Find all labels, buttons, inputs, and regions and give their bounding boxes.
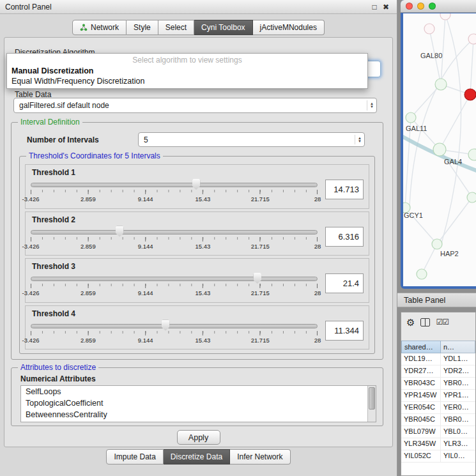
slider-major-ticks: [31, 190, 318, 194]
thresholds-group: Threshold's Coordinates for 5 Intervals …: [19, 156, 375, 354]
list-item[interactable]: TopologicalCoefficient: [21, 397, 376, 409]
node-label-hap2: HAP2: [440, 250, 459, 257]
table-header-row: shared… n…: [401, 341, 475, 353]
number-of-intervals-value: 5: [144, 135, 355, 144]
thresholds-group-title: Threshold's Coordinates for 5 Intervals: [26, 151, 163, 160]
table-row[interactable]: YDL19…YDL1…: [401, 353, 475, 365]
column-header-shared-name[interactable]: shared…: [401, 341, 441, 353]
zoom-traffic-light[interactable]: [429, 3, 436, 10]
table-panel-titlebar: Table Panel: [397, 293, 476, 307]
slider-track[interactable]: [31, 230, 318, 234]
slider-track[interactable]: [31, 324, 318, 328]
threshold-4-value-field[interactable]: 11.344: [325, 321, 364, 341]
threshold-1-value-field[interactable]: 14.713: [325, 180, 364, 199]
table-row[interactable]: YBR045CYBR0…: [401, 414, 475, 426]
threshold-panel-2: Threshold 2 -3.426 2.859 9.144 15.43: [25, 211, 369, 256]
select-columns-icon[interactable]: ☑☑: [436, 318, 449, 326]
slider-thumb[interactable]: [116, 226, 124, 237]
table-row[interactable]: YPR145WYPR1…: [401, 390, 475, 402]
tab-label: Cyni Toolbox: [201, 23, 245, 32]
table-row[interactable]: YER054CYER0…: [401, 402, 475, 414]
top-tab-bar: Network Style Select Cyni Toolbox jActiv…: [0, 20, 397, 35]
table-row[interactable]: YBL079WYBL0…: [401, 426, 475, 438]
tab-label: jActiveMNodules: [260, 23, 317, 32]
threshold-label: Threshold 2: [32, 215, 364, 224]
columns-icon[interactable]: [420, 318, 430, 326]
slider-tick-labels: -3.426 2.859 9.144 15.43 21.715 28: [31, 196, 318, 203]
table-panel-window: ⚙ ☑☑ shared… n… YDL19…YDL1… YDR27…YDR2… …: [401, 312, 476, 476]
tab-jactivemnodules[interactable]: jActiveMNodules: [253, 20, 325, 35]
table-row[interactable]: YDR27…YDR2…: [401, 365, 475, 378]
tab-cyni-toolbox[interactable]: Cyni Toolbox: [194, 20, 252, 35]
tab-discretize-data[interactable]: Discretize Data: [164, 449, 230, 464]
slider-major-ticks: [31, 284, 318, 288]
number-of-intervals-label: Number of Intervals: [27, 135, 99, 144]
apply-button[interactable]: Apply: [177, 430, 220, 445]
close-traffic-light[interactable]: [406, 3, 413, 10]
network-canvas[interactable]: GAL80 GAL11 GAL4 GCY1 HAP2: [403, 13, 476, 286]
red-selected-node: [464, 89, 476, 100]
popup-option-manual-discretization[interactable]: Manual Discretization: [7, 66, 367, 76]
combo-stepper-icon: ▲▼: [355, 135, 362, 144]
tab-network[interactable]: Network: [72, 20, 127, 35]
attributes-scrollbar[interactable]: [367, 386, 376, 422]
settings-gear-icon[interactable]: ⚙: [406, 318, 415, 327]
interval-definition-group: Interval Definition Number of Intervals …: [11, 122, 383, 360]
threshold-2-value-field[interactable]: 6.316: [325, 227, 364, 247]
number-of-intervals-select[interactable]: 5 ▲▼: [138, 132, 365, 147]
table-data-select[interactable]: galFiltered.sif default node ▲▼: [13, 98, 377, 113]
table-row[interactable]: YIL052CYIL0…: [401, 450, 475, 463]
threshold-label: Threshold 1: [32, 168, 364, 177]
slider-major-ticks: [31, 237, 318, 242]
table-data-value: galFiltered.sif default node: [19, 101, 367, 110]
slider-tick-labels: -3.426 2.859 9.144 15.43 21.715 28: [31, 243, 318, 250]
threshold-3-slider[interactable]: -3.426 2.859 9.144 15.43 21.715 28: [31, 272, 318, 299]
slider-thumb[interactable]: [253, 273, 261, 284]
slider-thumb[interactable]: [162, 320, 170, 331]
bottom-tab-bar: Impute Data Discretize Data Infer Networ…: [0, 449, 397, 464]
threshold-4-slider[interactable]: -3.426 2.859 9.144 15.43 21.715 28: [31, 319, 318, 346]
threshold-panel-4: Threshold 4 -3.426 2.859 9.144 15.43: [25, 305, 369, 350]
table-panel-title: Table Panel: [404, 296, 445, 305]
tab-infer-network[interactable]: Infer Network: [230, 449, 290, 464]
tab-label: Network: [91, 23, 119, 32]
table-row[interactable]: YLR345WYLR3…: [401, 438, 475, 450]
attributes-group-title: Attributes to discretize: [18, 363, 98, 372]
network-window-titlebar: [401, 0, 476, 13]
tab-label: Impute Data: [114, 452, 155, 461]
combo-stepper-icon: ▲▼: [367, 100, 374, 110]
float-window-icon[interactable]: □: [369, 3, 380, 12]
tab-style[interactable]: Style: [127, 20, 158, 35]
minimize-traffic-light[interactable]: [417, 3, 424, 10]
node-label-gcy1: GCY1: [404, 211, 423, 219]
threshold-label: Threshold 3: [32, 262, 364, 271]
slider-tick-labels: -3.426 2.859 9.144 15.43 21.715 28: [31, 337, 318, 344]
slider-tick-labels: -3.426 2.859 9.144 15.43 21.715 28: [31, 289, 318, 297]
threshold-2-slider[interactable]: -3.426 2.859 9.144 15.43 21.715 28: [31, 226, 318, 252]
threshold-3-value-field[interactable]: 21.4: [325, 273, 364, 293]
list-item[interactable]: BetweennessCentrality: [21, 409, 376, 420]
control-panel-window: Control Panel □ ✖ Network Style Select C…: [0, 0, 397, 476]
node-label-gal11: GAL11: [406, 125, 427, 132]
close-window-icon[interactable]: ✖: [380, 3, 392, 12]
numerical-attributes-label: Numerical Attributes: [20, 374, 96, 383]
threshold-1-slider[interactable]: -3.426 2.859 9.144 15.43 21.715 28: [31, 178, 318, 205]
slider-thumb[interactable]: [192, 179, 201, 190]
threshold-label: Threshold 4: [32, 309, 364, 318]
attributes-group: Attributes to discretize Numerical Attri…: [11, 367, 383, 426]
tab-impute-data[interactable]: Impute Data: [106, 449, 163, 464]
slider-track[interactable]: [31, 183, 318, 187]
popup-placeholder: Select algorithm to view settings: [7, 54, 367, 66]
table-body: YDL19…YDL1… YDR27…YDR2… YBR043CYBR0… YPR…: [401, 353, 475, 475]
tab-select[interactable]: Select: [158, 20, 194, 35]
algorithm-dropdown-popup: Select algorithm to view settings Manual…: [6, 53, 368, 89]
threshold-panel-3: Threshold 3 -3.426 2.859 9.144 15.43: [25, 258, 369, 303]
table-row[interactable]: YBR043CYBR0…: [401, 378, 475, 390]
threshold-panel-1: Threshold 1 -3.426 2.859 9.144 15.43: [25, 164, 369, 209]
network-view-window: GAL80 GAL11 GAL4 GCY1 HAP2: [401, 0, 476, 289]
list-item[interactable]: SelfLoops: [21, 386, 376, 397]
table-panel-toolbar: ⚙ ☑☑: [401, 312, 475, 332]
slider-track[interactable]: [31, 277, 318, 281]
popup-option-equal-width[interactable]: Equal Width/Frequency Discretization: [7, 76, 367, 86]
column-header-name[interactable]: n…: [441, 341, 475, 353]
